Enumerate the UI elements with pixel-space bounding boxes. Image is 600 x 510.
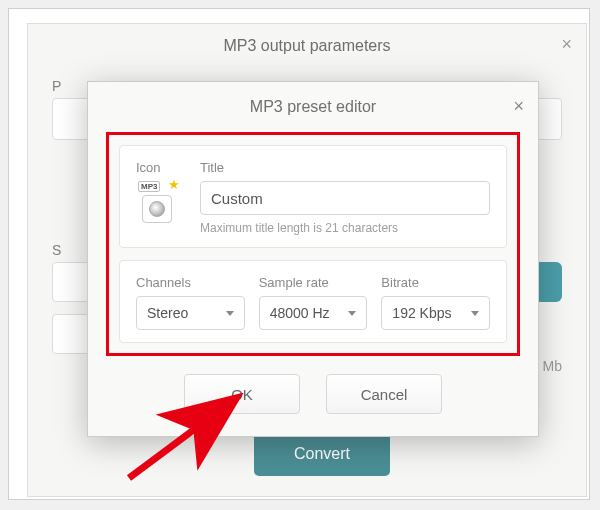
preset-editor-body: Icon MP3 ★ Title Maximum title length is… <box>106 132 520 356</box>
channels-select[interactable]: Stereo <box>136 296 245 330</box>
title-hint: Maximum title length is 21 characters <box>200 221 490 235</box>
bitrate-label: Bitrate <box>381 275 490 290</box>
screenshot-frame: MP3 output parameters × P S Mb <box>8 8 590 500</box>
convert-button[interactable]: Convert <box>254 432 390 476</box>
preset-icon[interactable]: MP3 ★ <box>136 181 178 223</box>
channels-label: Channels <box>136 275 245 290</box>
output-parameters-title: MP3 output parameters <box>223 37 390 55</box>
chevron-down-icon <box>471 311 479 316</box>
chevron-down-icon <box>226 311 234 316</box>
title-input[interactable] <box>200 181 490 215</box>
icon-field-label: Icon <box>136 160 182 175</box>
title-panel: Icon MP3 ★ Title Maximum title length is… <box>119 145 507 248</box>
bitrate-value: 192 Kbps <box>392 305 451 321</box>
params-panel: Channels Stereo Sample rate 48000 Hz <box>119 260 507 343</box>
output-parameters-header: MP3 output parameters × <box>28 24 586 68</box>
close-icon[interactable]: × <box>513 96 524 117</box>
preset-editor-title: MP3 preset editor <box>250 98 376 116</box>
lens-icon <box>142 195 172 223</box>
ok-button[interactable]: OK <box>184 374 300 414</box>
samplerate-value: 48000 Hz <box>270 305 330 321</box>
bitrate-select[interactable]: 192 Kbps <box>381 296 490 330</box>
title-field-label: Title <box>200 160 490 175</box>
channels-value: Stereo <box>147 305 188 321</box>
samplerate-label: Sample rate <box>259 275 368 290</box>
preset-editor-footer: OK Cancel <box>88 370 538 436</box>
close-icon[interactable]: × <box>561 34 572 55</box>
samplerate-select[interactable]: 48000 Hz <box>259 296 368 330</box>
cancel-button[interactable]: Cancel <box>326 374 442 414</box>
chevron-down-icon <box>348 311 356 316</box>
star-icon: ★ <box>168 177 180 192</box>
preset-editor-header: MP3 preset editor × <box>88 82 538 132</box>
preset-editor-dialog: MP3 preset editor × Icon MP3 ★ Title <box>87 81 539 437</box>
mp3-tag-icon: MP3 <box>138 181 160 192</box>
